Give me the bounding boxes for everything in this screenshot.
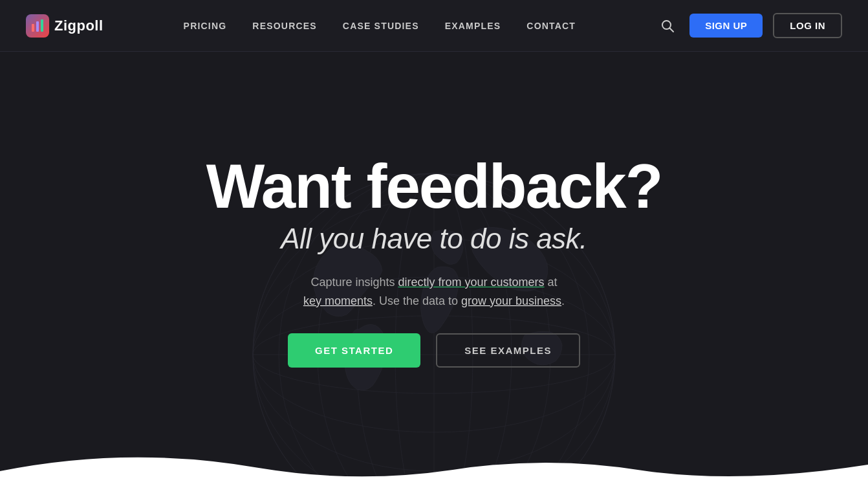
svg-rect-1 (36, 21, 39, 32)
see-examples-button[interactable]: SEE EXAMPLES (436, 333, 580, 368)
hero-section: Want feedback? All you have to do is ask… (0, 52, 868, 497)
nav-examples[interactable]: EXAMPLES (445, 21, 501, 31)
desc-text-2: at (545, 276, 558, 289)
nav-pricing[interactable]: PRICING (184, 21, 227, 31)
nav-case-studies[interactable]: CASE STUDIES (343, 21, 419, 31)
hero-title: Want feedback? (206, 155, 662, 217)
navbar-actions: SIGN UP LOG IN (656, 13, 842, 38)
svg-rect-0 (32, 24, 34, 32)
hero-description: Capture insights directly from your cust… (303, 273, 565, 311)
get-started-button[interactable]: GET STARTED (288, 333, 420, 368)
nav-resources[interactable]: RESOURCES (252, 21, 316, 31)
hero-subtitle: All you have to do is ask. (281, 223, 587, 255)
desc-text-1: Capture insights (310, 276, 398, 289)
nav-contact[interactable]: CONTACT (526, 21, 576, 31)
logo-icon (26, 14, 49, 38)
desc-link-grow: grow your business (461, 294, 561, 307)
signup-button[interactable]: SIGN UP (689, 14, 763, 38)
desc-text-4: . (561, 294, 565, 307)
desc-link-customers: directly from your customers (398, 276, 544, 289)
search-button[interactable] (656, 14, 679, 38)
navbar: Zigpoll PRICING RESOURCES CASE STUDIES E… (0, 0, 868, 52)
main-nav: PRICING RESOURCES CASE STUDIES EXAMPLES … (184, 20, 576, 32)
svg-line-4 (670, 28, 674, 32)
svg-rect-2 (41, 19, 43, 32)
login-button[interactable]: LOG IN (773, 13, 842, 38)
desc-link-key-moments: key moments (303, 294, 373, 307)
wave-divider (0, 445, 868, 497)
brand-logo[interactable]: Zigpoll (26, 14, 103, 38)
brand-name: Zigpoll (54, 17, 103, 34)
desc-text-3: . Use the data to (373, 294, 461, 307)
hero-content: Want feedback? All you have to do is ask… (206, 155, 662, 368)
hero-buttons: GET STARTED SEE EXAMPLES (288, 333, 580, 368)
